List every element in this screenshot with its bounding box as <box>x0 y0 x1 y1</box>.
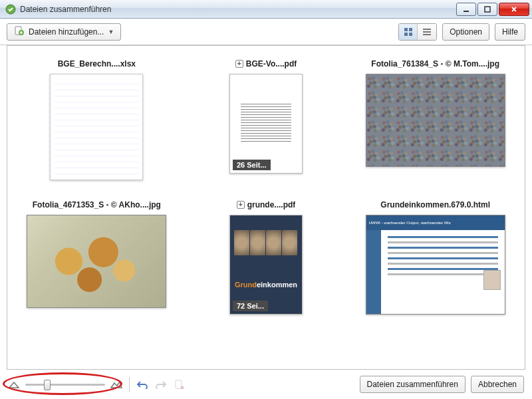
file-item[interactable]: +BGE-Vo....pdf 26 Seit... <box>186 59 346 180</box>
pdf-thumbnail: Grundeinkommen 72 Sei... <box>229 215 303 315</box>
window-title: Dateien zusammenführen <box>20 5 455 14</box>
pdf-thumbnail: 26 Seit... <box>229 74 303 174</box>
file-item[interactable]: Fotolia_761384_S - © M.Tom....jpg <box>355 59 515 180</box>
merge-button[interactable]: Dateien zusammenführen <box>360 376 466 393</box>
remove-icon[interactable] <box>174 380 186 389</box>
titlebar: Dateien zusammenführen <box>0 0 532 19</box>
svg-rect-12 <box>176 380 182 388</box>
dropdown-caret-icon: ▼ <box>108 29 114 35</box>
image-thumbnail <box>27 215 166 308</box>
xlsx-thumbnail <box>50 74 143 180</box>
options-button[interactable]: Optionen <box>442 23 489 41</box>
help-button[interactable]: Hilfe <box>495 23 525 41</box>
file-item[interactable]: +grunde....pdf Grundeinkommen 72 Sei... <box>186 200 346 315</box>
bottom-bar: Dateien zusammenführen Abbrechen <box>0 370 532 399</box>
image-thumbnail <box>366 74 505 167</box>
cancel-button[interactable]: Abbrechen <box>471 376 524 393</box>
slider-track[interactable] <box>25 384 105 386</box>
undo-icon[interactable] <box>136 380 148 389</box>
list-view-button[interactable] <box>418 24 436 40</box>
grid-view-button[interactable] <box>399 24 418 40</box>
minimize-button[interactable] <box>456 3 476 16</box>
large-thumb-icon <box>110 380 122 389</box>
svg-rect-8 <box>409 33 412 36</box>
divider <box>129 377 130 392</box>
add-files-label: Dateien hinzufügen... <box>29 27 104 37</box>
svg-rect-5 <box>404 28 408 31</box>
file-name: grunde....pdf <box>247 200 296 209</box>
file-name: BGE-Vo....pdf <box>246 59 297 68</box>
file-name: Grundeinkommen.679.0.html <box>380 200 490 209</box>
toolbar: Dateien hinzufügen... ▼ Optionen Hilfe <box>0 19 532 45</box>
svg-rect-10 <box>423 31 431 33</box>
svg-rect-11 <box>423 34 431 35</box>
add-file-icon <box>14 25 25 38</box>
file-item[interactable]: BGE_Berechn....xlsx <box>17 59 177 180</box>
expand-icon[interactable]: + <box>237 201 245 209</box>
page-count-badge: 26 Seit... <box>233 160 271 170</box>
app-icon <box>5 4 16 15</box>
file-grid-area: BGE_Berechn....xlsx +BGE-Vo....pdf 26 Se… <box>7 45 525 370</box>
svg-rect-1 <box>464 11 469 12</box>
svg-rect-9 <box>423 29 431 30</box>
redo-icon[interactable] <box>155 380 167 389</box>
slider-thumb[interactable] <box>44 380 51 390</box>
svg-rect-2 <box>485 7 490 12</box>
add-files-button[interactable]: Dateien hinzufügen... ▼ <box>7 23 121 41</box>
html-thumbnail: HWWI - wachsender Output, wachsendes Wis <box>366 215 505 315</box>
maximize-button[interactable] <box>477 3 497 16</box>
svg-rect-6 <box>409 28 412 31</box>
svg-rect-7 <box>404 33 408 36</box>
file-name: Fotolia_4671353_S - © AKho....jpg <box>33 200 161 209</box>
page-count-badge: 72 Sei... <box>233 301 268 311</box>
view-toggle <box>398 23 437 41</box>
file-name: Fotolia_761384_S - © M.Tom....jpg <box>371 59 499 68</box>
file-item[interactable]: Grundeinkommen.679.0.html HWWI - wachsen… <box>355 200 515 315</box>
close-button[interactable] <box>499 3 529 16</box>
file-item[interactable]: Fotolia_4671353_S - © AKho....jpg <box>17 200 177 315</box>
thumbnail-size-slider[interactable] <box>8 380 122 389</box>
expand-icon[interactable]: + <box>235 60 243 68</box>
small-thumb-icon <box>8 380 20 389</box>
file-name: BGE_Berechn....xlsx <box>58 59 136 68</box>
